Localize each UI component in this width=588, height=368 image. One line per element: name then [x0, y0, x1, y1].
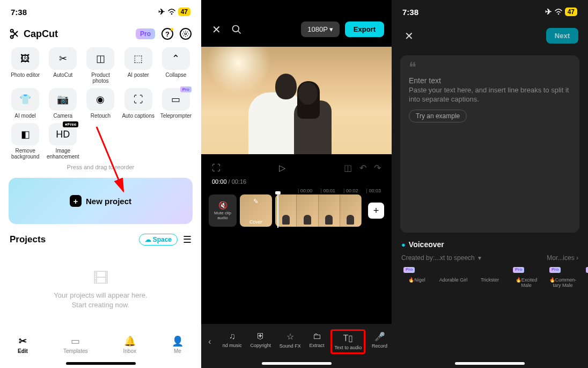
tool-icon: 🖼 [11, 47, 39, 70]
nav-edit[interactable]: ✂ Edit [18, 335, 28, 354]
redo-icon[interactable]: ↷ [374, 163, 381, 173]
battery-badge: 47 [565, 8, 577, 16]
reorder-hint: Press and drag to reorder [0, 164, 201, 170]
tool-label: Photo editor [11, 72, 40, 78]
tool-autocut[interactable]: ✂ AutoCut [45, 47, 80, 84]
enter-text-placeholder: Paste your text here, and insert line br… [409, 86, 571, 104]
tool-icon: 📷 [49, 88, 77, 111]
overlap-icon[interactable]: ◫ [344, 163, 352, 173]
tool-collapse[interactable]: ⌃ Collapse [158, 47, 194, 84]
voice-trickster[interactable]: Trickster [473, 268, 506, 288]
voice-excited-male[interactable]: Pro 🔥Excited Male [510, 268, 543, 288]
battery-badge: 47 [178, 8, 190, 16]
pro-badge[interactable]: Pro [136, 28, 155, 39]
enter-text-title: Enter text [409, 76, 571, 85]
tool-label: Collapse [165, 72, 186, 78]
home-indicator [66, 362, 136, 365]
me-icon: 👤 [172, 335, 183, 347]
svg-point-0 [171, 13, 172, 15]
tool-icon: 👕 [11, 88, 39, 111]
plus-icon: + [70, 195, 82, 207]
status-time: 7:38 [11, 8, 27, 17]
sound-fx-icon: ☆ [286, 331, 294, 342]
projects-header: Projects ☁ Space ☰ [0, 232, 201, 248]
tts-top-bar: ✕ Next [392, 24, 588, 51]
help-icon[interactable]: ? [161, 28, 173, 40]
tool-product-photos[interactable]: ◫ Product photos [83, 47, 118, 84]
nav-templates[interactable]: ▭ Templates [63, 335, 88, 354]
clip-strip[interactable] [275, 194, 362, 227]
try-example-button[interactable]: Try an example [409, 110, 467, 122]
check-icon: ● [401, 241, 406, 249]
voice-adorable-girl[interactable]: Adorable Girl [437, 268, 470, 288]
text-input-card[interactable]: ❝ Enter text Paste your text here, and i… [400, 55, 579, 233]
more-voices-link[interactable]: Mor...ices › [547, 254, 578, 262]
svg-line-6 [238, 31, 241, 33]
next-button[interactable]: Next [546, 28, 578, 44]
undo-icon[interactable]: ↶ [359, 163, 366, 173]
svg-point-3 [185, 33, 187, 35]
expand-icon[interactable]: ⛶ [212, 163, 220, 173]
tool-remove-background[interactable]: ◧ Remove background [8, 123, 43, 160]
tool-retouch[interactable]: ◉ Retouch [83, 88, 118, 119]
tool-icon: ⬚ [124, 47, 152, 70]
chevron-down-icon: ▾ [478, 254, 481, 262]
mute-clip-button[interactable]: 🔇 Mute clip audio [209, 194, 237, 227]
film-icon: 🎞 [0, 269, 201, 287]
playhead[interactable] [277, 193, 278, 228]
tool-image-enhancement[interactable]: ●Free HD Image enhancement [45, 123, 80, 160]
svg-point-7 [557, 13, 559, 15]
tool-icon: ◉ [86, 88, 114, 111]
resolution-button[interactable]: 1080P ▾ [301, 21, 340, 37]
nav-me[interactable]: 👤 Me [172, 335, 183, 354]
cover-button[interactable]: Cover [240, 194, 272, 227]
tool-label: Auto captions [122, 113, 155, 119]
close-icon[interactable]: ✕ [401, 28, 416, 44]
nav-nd-music[interactable]: ♫ nd music [220, 329, 244, 354]
tool-teleprompter[interactable]: Pro ▭ Teleprompter [158, 88, 194, 119]
tool-ai-model[interactable]: 👕 AI model [8, 88, 43, 119]
projects-title: Projects [10, 234, 46, 245]
export-button[interactable]: Export [345, 21, 384, 37]
airplane-icon: ✈ [158, 7, 165, 17]
voice-n-[interactable]: Pro N... [583, 268, 588, 288]
nav-inbox[interactable]: 🔔 Inbox [123, 335, 136, 354]
tool-camera[interactable]: 📷 Camera [45, 88, 80, 119]
new-project-label: New project [86, 197, 131, 206]
tool-photo-editor[interactable]: 🖼 Photo editor [8, 47, 43, 84]
timecode: 00:00 / 00:16 [201, 177, 392, 186]
timeline[interactable]: 🔇 Mute clip audio Cover + [201, 194, 392, 227]
settings-icon[interactable] [180, 28, 192, 40]
tool-label: Retouch [91, 113, 111, 119]
new-project-button[interactable]: + New project [9, 178, 193, 224]
edit-icon: ✂ [19, 335, 27, 347]
add-clip-button[interactable]: + [368, 203, 384, 219]
video-preview[interactable] [201, 47, 392, 154]
search-icon[interactable] [229, 22, 244, 37]
nav-text-to-audio[interactable]: T▯ Text to audio [330, 329, 365, 354]
tool-label: Remove background [8, 148, 43, 160]
quote-icon: ❝ [409, 64, 571, 71]
tool-label: Teleprompter [160, 113, 192, 119]
close-icon[interactable]: ✕ [209, 22, 224, 37]
space-button[interactable]: ☁ Space [139, 234, 178, 246]
empty-line-2: Start creating now. [0, 300, 201, 310]
nav-copyright[interactable]: ⛨ Copyright [248, 329, 274, 354]
copyright-icon: ⛨ [256, 331, 265, 341]
nav-record[interactable]: 🎤 Record [370, 329, 389, 354]
status-bar: 7:38 ✈ 47 [0, 0, 201, 24]
play-icon[interactable]: ▷ [279, 163, 285, 173]
created-by-row[interactable]: Created by:...xt to speech ▾ Mor...ices … [392, 252, 588, 266]
chevron-right-icon: › [576, 254, 578, 262]
mute-icon: 🔇 [218, 201, 227, 210]
nav-extract[interactable]: 🗀 Extract [307, 329, 327, 354]
voice-nigel[interactable]: Pro 🔥Nigel [400, 268, 433, 288]
tool-ai-poster[interactable]: ⬚ AI poster [121, 47, 156, 84]
nav-sound-fx[interactable]: ☆ Sound FX [277, 329, 303, 354]
voice-commen-tary-male[interactable]: Pro 🔥Commen-tary Male [546, 268, 579, 288]
sort-icon[interactable]: ☰ [183, 234, 192, 246]
tool-icon: ⛶ [124, 88, 152, 111]
projects-empty: 🎞 Your projects will appear here. Start … [0, 269, 201, 310]
nav-back-button[interactable]: ‹ [201, 337, 218, 347]
tool-auto-captions[interactable]: ⛶ Auto captions [121, 88, 156, 119]
